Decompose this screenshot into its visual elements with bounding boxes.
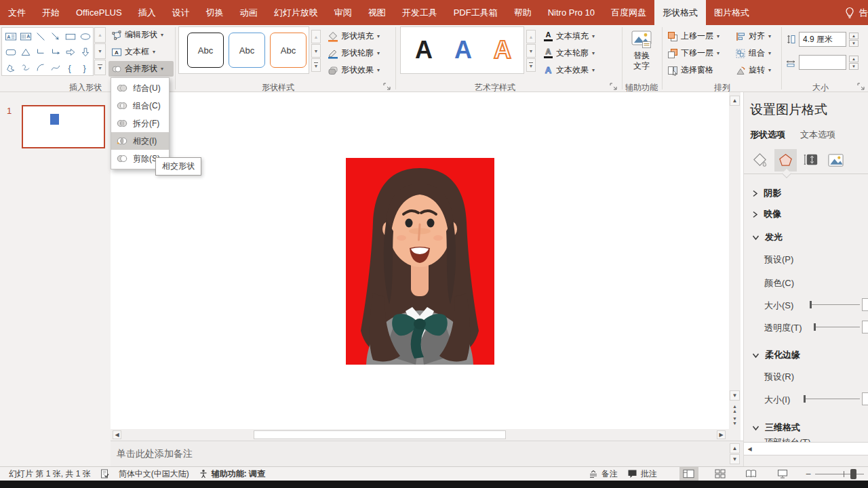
tab-shape-format[interactable]: 形状格式 — [654, 0, 706, 25]
notes-toggle-button[interactable]: 备注 — [584, 467, 623, 481]
shape-horizontal-textbox-icon[interactable]: A — [3, 28, 18, 44]
portrait-photo[interactable] — [346, 158, 494, 365]
tab-baidu-netdisk[interactable]: 百度网盘 — [603, 0, 654, 25]
slide-canvas[interactable] — [111, 92, 729, 429]
shape-outline-button[interactable]: 形状轮廓▾ — [325, 45, 382, 61]
shape-left-brace-icon[interactable]: { — [63, 60, 78, 75]
wordart-more-button[interactable]: ▼ — [526, 58, 536, 72]
shape-triangle-icon[interactable] — [18, 44, 33, 60]
selection-pane-button[interactable]: 选择窗格 — [665, 62, 716, 78]
section-glow[interactable]: 发光 — [752, 231, 783, 243]
tab-transitions[interactable]: 切换 — [198, 0, 232, 25]
shape-rectangle-icon[interactable] — [63, 28, 78, 44]
section-reflection[interactable]: 映像 — [752, 208, 781, 220]
shape-line-icon[interactable] — [33, 28, 48, 44]
scroll-up-button[interactable]: ▲ — [730, 96, 740, 106]
menu-item-combine[interactable]: 组合(C) — [111, 97, 169, 115]
horizontal-scrollbar[interactable]: ◀ ▶ — [111, 429, 729, 441]
scroll-right-button[interactable]: ▶ — [717, 430, 726, 439]
glow-size-value-box[interactable] — [862, 298, 868, 311]
height-down-button[interactable]: ▼ — [849, 40, 859, 47]
zoom-slider-handle[interactable] — [850, 469, 856, 479]
tab-developer[interactable]: 开发工具 — [394, 0, 446, 25]
glow-transparency-slider[interactable] — [814, 327, 860, 327]
gallery-scroll-down-button[interactable]: ▼ — [94, 43, 106, 59]
tab-slideshow[interactable]: 幻灯片放映 — [266, 0, 326, 25]
soft-edges-presets-button[interactable]: 预设(R) — [764, 371, 794, 383]
shape-freeform-icon[interactable] — [3, 60, 18, 75]
glow-presets-button[interactable]: 预设(P) — [764, 253, 793, 266]
shape-width-input[interactable] — [799, 55, 846, 70]
tab-text-options[interactable]: 文本选项 — [800, 129, 835, 141]
tab-view[interactable]: 视图 — [360, 0, 394, 25]
bring-forward-button[interactable]: 上移一层▾ — [665, 28, 722, 44]
edit-shape-button[interactable]: 编辑形状▾ — [108, 27, 174, 43]
tab-pdf-toolbox[interactable]: PDF工具箱 — [446, 0, 506, 25]
normal-view-button[interactable] — [679, 467, 698, 481]
shape-elbow-arrow-connector-icon[interactable] — [48, 44, 63, 60]
tab-insert[interactable]: 插入 — [130, 0, 164, 25]
tab-nitro-pro[interactable]: Nitro Pro 10 — [540, 0, 603, 25]
text-outline-button[interactable]: A 文本轮廓▾ — [540, 45, 597, 61]
shape-effects-button[interactable]: 形状效果▾ — [325, 62, 382, 78]
shape-down-arrow-icon[interactable] — [78, 44, 93, 60]
shape-styles-dialog-launcher-icon[interactable] — [383, 83, 391, 91]
wordart-dialog-launcher-icon[interactable] — [610, 83, 618, 91]
reading-view-button[interactable] — [742, 467, 761, 481]
shape-style-orange[interactable]: Abc — [270, 33, 307, 68]
previous-slide-button[interactable]: ▲▲ — [730, 404, 739, 413]
wordart-style-orange[interactable]: A — [484, 30, 521, 70]
shape-right-brace-icon[interactable]: } — [78, 60, 93, 75]
scroll-down-button[interactable]: ▼ — [730, 390, 740, 401]
notes-pane[interactable]: 单击此处添加备注 ▲ ▼ — [111, 441, 743, 466]
text-box-button[interactable]: A 文本框▾ — [108, 44, 174, 60]
tab-shape-options[interactable]: 形状选项 — [750, 129, 785, 141]
size-properties-icon[interactable] — [800, 149, 823, 171]
slideshow-view-button[interactable] — [773, 467, 792, 481]
comments-button[interactable]: 批注 — [623, 467, 662, 481]
menu-item-fragment[interactable]: 拆分(F) — [111, 115, 169, 132]
accessibility-indicator[interactable]: 辅助功能: 调查 — [194, 467, 270, 481]
text-fill-button[interactable]: A 文本填充▾ — [540, 28, 597, 44]
text-effects-button[interactable]: A 文本效果▾ — [540, 62, 597, 78]
group-button[interactable]: 组合▾ — [732, 45, 774, 61]
vertical-scrollbar[interactable]: ▲ ▼ ▲▲ ▼▼ — [729, 92, 741, 441]
tab-animations[interactable]: 动画 — [232, 0, 266, 25]
shape-right-arrow-icon[interactable] — [63, 44, 78, 60]
slide-thumbnail[interactable] — [22, 105, 105, 148]
merge-shapes-button[interactable]: 合并形状▾ — [108, 61, 174, 77]
glow-transparency-value-box[interactable] — [862, 321, 868, 333]
effects-icon[interactable] — [774, 149, 797, 171]
spellcheck-icon[interactable] — [96, 467, 114, 481]
styles-scroll-down-button[interactable]: ▼ — [311, 44, 321, 58]
shape-curve-icon[interactable] — [48, 60, 63, 75]
section-3d-format[interactable]: 三维格式 — [752, 422, 800, 434]
fill-and-line-icon[interactable] — [749, 149, 771, 171]
panel-horizontal-scrollbar[interactable]: ◀ — [744, 442, 868, 455]
align-button[interactable]: 对齐▾ — [732, 28, 774, 44]
panel-scroll-left-button[interactable]: ◀ — [745, 445, 754, 453]
styles-scroll-up-button[interactable]: ▲ — [311, 30, 321, 43]
tab-officeplus[interactable]: OfficePLUS — [68, 0, 130, 25]
shape-oval-icon[interactable] — [78, 28, 93, 44]
notes-scroll-down-button[interactable]: ▼ — [730, 454, 740, 464]
wordart-scroll-down-button[interactable]: ▼ — [526, 44, 536, 58]
tab-home[interactable]: 开始 — [34, 0, 68, 25]
shape-scribble-icon[interactable] — [18, 60, 33, 75]
horizontal-scroll-thumb[interactable] — [254, 430, 506, 439]
width-down-button[interactable]: ▼ — [849, 63, 859, 70]
glow-size-slider[interactable] — [810, 304, 860, 305]
menu-item-intersect[interactable]: 相交(I) — [111, 132, 169, 150]
soft-edges-size-value-box[interactable] — [862, 392, 868, 405]
soft-edges-size-slider[interactable] — [804, 399, 860, 399]
shape-height-input[interactable] — [799, 32, 846, 47]
zoom-slider[interactable] — [815, 474, 864, 474]
wordart-style-black[interactable]: A — [406, 30, 442, 70]
height-up-button[interactable]: ▲ — [849, 33, 859, 39]
zoom-out-button[interactable]: − — [802, 468, 815, 479]
shape-fill-button[interactable]: 形状填充▾ — [325, 28, 382, 44]
shape-style-blue[interactable]: Abc — [229, 33, 265, 68]
section-soft-edges[interactable]: 柔化边缘 — [752, 349, 800, 361]
tab-design[interactable]: 设计 — [164, 0, 198, 25]
notes-scroll-up-button[interactable]: ▲ — [730, 443, 740, 453]
